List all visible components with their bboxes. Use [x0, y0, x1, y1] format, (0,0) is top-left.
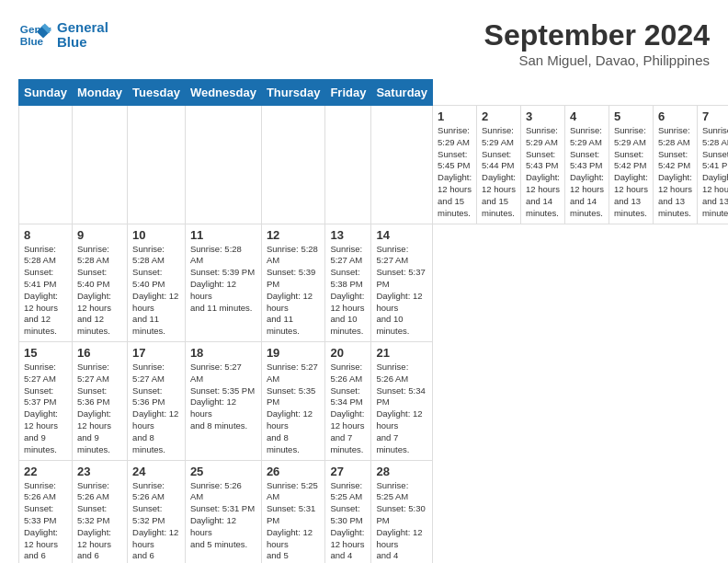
day-info: Sunrise: 5:27 AM Sunset: 5:35 PM Dayligh… — [190, 362, 256, 432]
calendar-day-empty — [185, 106, 261, 224]
calendar-day-8: 8Sunrise: 5:28 AM Sunset: 5:41 PM Daylig… — [19, 224, 73, 342]
day-info: Sunrise: 5:29 AM Sunset: 5:45 PM Dayligh… — [438, 125, 472, 220]
day-number: 6 — [658, 109, 692, 123]
calendar-day-13: 13Sunrise: 5:27 AM Sunset: 5:38 PM Dayli… — [325, 224, 371, 342]
calendar-day-7: 7Sunrise: 5:28 AM Sunset: 5:41 PM Daylig… — [697, 106, 728, 224]
day-number: 25 — [190, 465, 256, 478]
calendar-day-empty — [128, 106, 186, 224]
day-number: 12 — [267, 228, 321, 242]
month-title: September 2024 — [484, 18, 710, 52]
day-number: 4 — [570, 109, 604, 123]
subtitle: San Miguel, Davao, Philippines — [484, 52, 710, 68]
calendar-day-empty — [72, 106, 127, 224]
day-info: Sunrise: 5:28 AM Sunset: 5:39 PM Dayligh… — [267, 244, 321, 339]
day-number: 20 — [330, 346, 366, 360]
calendar-header-monday: Monday — [72, 80, 127, 106]
day-info: Sunrise: 5:26 AM Sunset: 5:34 PM Dayligh… — [376, 362, 427, 456]
calendar-day-2: 2Sunrise: 5:29 AM Sunset: 5:44 PM Daylig… — [477, 106, 521, 224]
day-number: 27 — [330, 465, 366, 478]
calendar-day-17: 17Sunrise: 5:27 AM Sunset: 5:36 PM Dayli… — [128, 342, 186, 461]
day-info: Sunrise: 5:27 AM Sunset: 5:36 PM Dayligh… — [77, 362, 122, 456]
day-number: 23 — [77, 465, 122, 478]
calendar: SundayMondayTuesdayWednesdayThursdayFrid… — [18, 79, 728, 563]
calendar-day-26: 26Sunrise: 5:25 AM Sunset: 5:31 PM Dayli… — [261, 460, 325, 563]
day-info: Sunrise: 5:28 AM Sunset: 5:41 PM Dayligh… — [702, 125, 728, 220]
day-number: 18 — [190, 346, 256, 360]
day-number: 16 — [77, 346, 122, 360]
day-info: Sunrise: 5:28 AM Sunset: 5:40 PM Dayligh… — [132, 244, 180, 339]
day-number: 26 — [267, 465, 321, 478]
day-info: Sunrise: 5:29 AM Sunset: 5:43 PM Dayligh… — [570, 125, 604, 220]
day-info: Sunrise: 5:29 AM Sunset: 5:44 PM Dayligh… — [482, 125, 516, 220]
calendar-day-21: 21Sunrise: 5:26 AM Sunset: 5:34 PM Dayli… — [371, 342, 433, 461]
calendar-week-1: 1Sunrise: 5:29 AM Sunset: 5:45 PM Daylig… — [19, 106, 729, 224]
day-info: Sunrise: 5:28 AM Sunset: 5:42 PM Dayligh… — [658, 125, 692, 220]
calendar-day-11: 11Sunrise: 5:28 AM Sunset: 5:39 PM Dayli… — [185, 224, 261, 342]
day-info: Sunrise: 5:25 AM Sunset: 5:30 PM Dayligh… — [376, 480, 427, 564]
calendar-day-20: 20Sunrise: 5:26 AM Sunset: 5:34 PM Dayli… — [325, 342, 371, 461]
day-info: Sunrise: 5:25 AM Sunset: 5:30 PM Dayligh… — [330, 480, 366, 564]
logo: General Blue General Blue — [18, 18, 108, 52]
day-number: 5 — [614, 109, 648, 123]
day-info: Sunrise: 5:29 AM Sunset: 5:42 PM Dayligh… — [614, 125, 648, 220]
calendar-day-15: 15Sunrise: 5:27 AM Sunset: 5:37 PM Dayli… — [19, 342, 73, 461]
calendar-day-3: 3Sunrise: 5:29 AM Sunset: 5:43 PM Daylig… — [521, 106, 565, 224]
day-number: 7 — [702, 109, 728, 123]
day-number: 9 — [77, 228, 122, 242]
calendar-day-empty — [261, 106, 325, 224]
day-info: Sunrise: 5:26 AM Sunset: 5:31 PM Dayligh… — [190, 480, 256, 551]
day-number: 1 — [438, 109, 472, 123]
day-info: Sunrise: 5:26 AM Sunset: 5:34 PM Dayligh… — [330, 362, 366, 456]
calendar-header-friday: Friday — [325, 80, 371, 106]
day-number: 2 — [482, 109, 516, 123]
calendar-header-sunday: Sunday — [19, 80, 73, 106]
calendar-day-19: 19Sunrise: 5:27 AM Sunset: 5:35 PM Dayli… — [261, 342, 325, 461]
day-number: 17 — [132, 346, 180, 360]
calendar-day-4: 4Sunrise: 5:29 AM Sunset: 5:43 PM Daylig… — [564, 106, 609, 224]
day-info: Sunrise: 5:26 AM Sunset: 5:32 PM Dayligh… — [77, 480, 122, 564]
calendar-week-4: 22Sunrise: 5:26 AM Sunset: 5:33 PM Dayli… — [19, 460, 729, 563]
calendar-header-row: SundayMondayTuesdayWednesdayThursdayFrid… — [19, 80, 729, 106]
header: General Blue General Blue September 2024… — [18, 18, 710, 68]
calendar-header-saturday: Saturday — [371, 80, 433, 106]
day-number: 14 — [376, 228, 427, 242]
calendar-day-16: 16Sunrise: 5:27 AM Sunset: 5:36 PM Dayli… — [72, 342, 127, 461]
calendar-day-22: 22Sunrise: 5:26 AM Sunset: 5:33 PM Dayli… — [19, 460, 73, 563]
calendar-day-5: 5Sunrise: 5:29 AM Sunset: 5:42 PM Daylig… — [609, 106, 653, 224]
calendar-week-2: 8Sunrise: 5:28 AM Sunset: 5:41 PM Daylig… — [19, 224, 729, 342]
calendar-header-tuesday: Tuesday — [128, 80, 186, 106]
calendar-day-empty — [19, 106, 73, 224]
logo-icon: General Blue — [18, 18, 51, 52]
calendar-day-23: 23Sunrise: 5:26 AM Sunset: 5:32 PM Dayli… — [72, 460, 127, 563]
day-info: Sunrise: 5:28 AM Sunset: 5:41 PM Dayligh… — [24, 244, 67, 339]
day-info: Sunrise: 5:28 AM Sunset: 5:39 PM Dayligh… — [190, 244, 256, 315]
calendar-day-25: 25Sunrise: 5:26 AM Sunset: 5:31 PM Dayli… — [185, 460, 261, 563]
calendar-day-18: 18Sunrise: 5:27 AM Sunset: 5:35 PM Dayli… — [185, 342, 261, 461]
calendar-day-empty — [371, 106, 433, 224]
calendar-day-28: 28Sunrise: 5:25 AM Sunset: 5:30 PM Dayli… — [371, 460, 433, 563]
calendar-day-10: 10Sunrise: 5:28 AM Sunset: 5:40 PM Dayli… — [128, 224, 186, 342]
calendar-day-24: 24Sunrise: 5:26 AM Sunset: 5:32 PM Dayli… — [128, 460, 186, 563]
day-info: Sunrise: 5:27 AM Sunset: 5:38 PM Dayligh… — [330, 244, 366, 339]
calendar-day-1: 1Sunrise: 5:29 AM Sunset: 5:45 PM Daylig… — [433, 106, 477, 224]
calendar-week-3: 15Sunrise: 5:27 AM Sunset: 5:37 PM Dayli… — [19, 342, 729, 461]
day-number: 10 — [132, 228, 180, 242]
calendar-day-6: 6Sunrise: 5:28 AM Sunset: 5:42 PM Daylig… — [653, 106, 697, 224]
calendar-header-wednesday: Wednesday — [185, 80, 261, 106]
logo-text: General Blue — [57, 20, 108, 51]
day-info: Sunrise: 5:27 AM Sunset: 5:37 PM Dayligh… — [24, 362, 67, 456]
day-number: 11 — [190, 228, 256, 242]
svg-text:Blue: Blue — [20, 35, 44, 47]
calendar-day-9: 9Sunrise: 5:28 AM Sunset: 5:40 PM Daylig… — [72, 224, 127, 342]
day-info: Sunrise: 5:25 AM Sunset: 5:31 PM Dayligh… — [267, 480, 321, 564]
day-info: Sunrise: 5:29 AM Sunset: 5:43 PM Dayligh… — [526, 125, 560, 220]
calendar-day-empty — [325, 106, 371, 224]
calendar-header-thursday: Thursday — [261, 80, 325, 106]
calendar-day-12: 12Sunrise: 5:28 AM Sunset: 5:39 PM Dayli… — [261, 224, 325, 342]
day-info: Sunrise: 5:27 AM Sunset: 5:37 PM Dayligh… — [376, 244, 427, 339]
page: General Blue General Blue September 2024… — [0, 0, 728, 563]
day-number: 8 — [24, 228, 67, 242]
day-number: 28 — [376, 465, 427, 478]
day-number: 24 — [132, 465, 180, 478]
day-number: 22 — [24, 465, 67, 478]
